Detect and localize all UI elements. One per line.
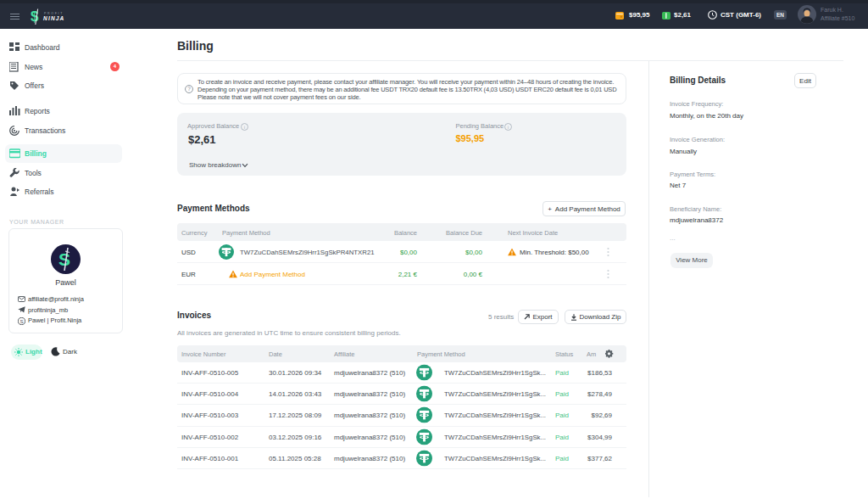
svg-text:?: ? (187, 86, 191, 92)
svg-text:i: i (244, 124, 245, 129)
svg-text:S: S (19, 317, 23, 323)
svg-text:i: i (508, 124, 509, 129)
